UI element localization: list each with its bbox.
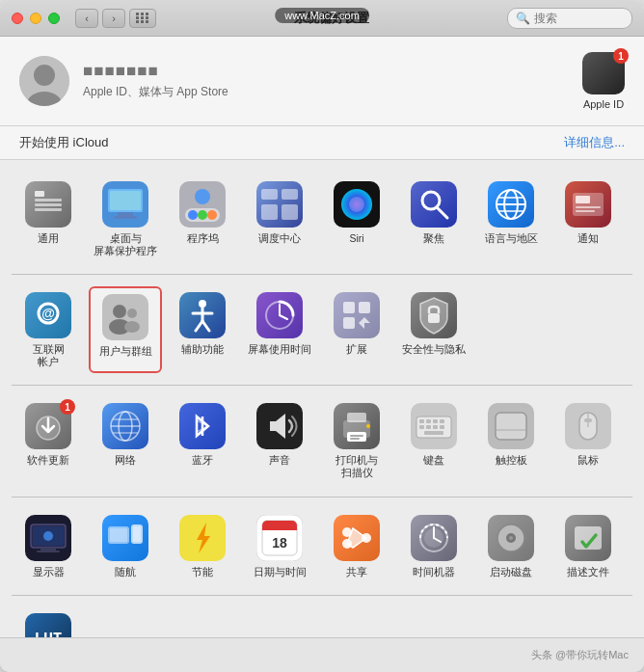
svg-point-48 <box>124 321 140 333</box>
svg-text:18: 18 <box>272 535 287 551</box>
svg-rect-85 <box>426 419 431 423</box>
pref-bluetooth[interactable]: 蓝牙 <box>166 397 239 484</box>
pref-datetime[interactable]: 18 日期与时间 <box>243 509 316 584</box>
profiles-label: 描述文件 <box>567 566 609 578</box>
startup-disk-label: 启动磁盘 <box>490 566 532 578</box>
svg-point-118 <box>362 533 371 543</box>
keyboard-icon <box>411 403 457 449</box>
bluetooth-label: 蓝牙 <box>192 454 213 467</box>
svg-point-105 <box>43 531 53 541</box>
printers-label: 打印机与扫描仪 <box>335 454 378 478</box>
close-button[interactable] <box>12 13 23 24</box>
svg-rect-86 <box>433 419 438 423</box>
profile-section: ■■■■■■■ Apple ID、媒体与 App Store 1 Apple I… <box>0 37 644 126</box>
pref-users-groups[interactable]: 用户与群组 <box>89 286 162 373</box>
pref-sharing[interactable]: 共享 <box>320 509 393 584</box>
pref-siri[interactable]: Siri <box>320 175 393 262</box>
search-icon: 🔍 <box>516 12 530 25</box>
svg-rect-88 <box>419 425 424 429</box>
pref-lut-utility[interactable]: LUT LUT Utility <box>12 607 85 637</box>
pref-keyboard[interactable]: 键盘 <box>397 397 470 484</box>
nav-buttons: ‹ › <box>75 9 125 28</box>
section-accounts: @ 互联网帐户 用户与群组 <box>12 286 632 386</box>
pref-mouse[interactable]: 鼠标 <box>551 397 625 484</box>
pref-general[interactable]: 通用 <box>12 175 85 262</box>
internet-accounts-label: 互联网帐户 <box>33 343 65 367</box>
display-icon <box>25 515 71 561</box>
forward-button[interactable]: › <box>102 9 125 28</box>
pref-mission-control[interactable]: 调度中心 <box>243 175 316 262</box>
pref-display[interactable]: 显示器 <box>12 509 85 584</box>
maximize-button[interactable] <box>48 13 60 24</box>
section-personal: 通用 桌面与屏幕保护程序 <box>12 175 632 275</box>
svg-rect-81 <box>350 438 360 440</box>
pref-spotlight[interactable]: 聚焦 <box>397 175 470 262</box>
svg-rect-7 <box>35 208 62 211</box>
search-box[interactable]: 🔍 <box>507 8 632 29</box>
svg-point-18 <box>195 189 210 204</box>
pref-energy[interactable]: 节能 <box>166 509 239 584</box>
pref-dock[interactable]: 程序坞 <box>166 175 239 262</box>
pref-screen-time[interactable]: 屏幕使用时间 <box>243 286 316 373</box>
extensions-label: 扩展 <box>346 343 367 356</box>
svg-rect-90 <box>433 425 438 429</box>
back-button[interactable]: ‹ <box>75 9 98 28</box>
svg-rect-64 <box>428 313 440 323</box>
trackpad-label: 触控板 <box>496 454 527 467</box>
grid-view-button[interactable] <box>129 9 156 28</box>
pref-sidecar[interactable]: 随航 <box>89 509 162 584</box>
pref-desktop[interactable]: 桌面与屏幕保护程序 <box>89 175 162 262</box>
profile-name: ■■■■■■■ <box>83 62 228 81</box>
pref-sound[interactable]: 声音 <box>243 397 316 484</box>
notifications-label: 通知 <box>577 232 599 245</box>
pref-security[interactable]: 安全性与隐私 <box>397 286 470 373</box>
pref-notifications[interactable]: 通知 <box>551 175 625 262</box>
spotlight-label: 聚焦 <box>423 232 444 245</box>
pref-internet-accounts[interactable]: @ 互联网帐户 <box>12 286 85 373</box>
apple-id-label: Apple ID <box>583 98 624 110</box>
security-icon <box>411 292 457 338</box>
svg-rect-39 <box>576 206 601 208</box>
pref-language[interactable]: 语言与地区 <box>474 175 548 262</box>
grid-dots-icon <box>136 13 149 23</box>
svg-rect-87 <box>440 419 444 423</box>
apple-id-button[interactable]: 1 Apple ID <box>582 52 625 110</box>
pref-printers[interactable]: 打印机与扫描仪 <box>320 397 393 484</box>
network-label: 网络 <box>115 454 136 467</box>
siri-icon <box>334 181 380 228</box>
avatar[interactable] <box>19 56 69 106</box>
svg-point-79 <box>366 424 370 428</box>
footer-text: 头条 @带你玩转Mac <box>531 648 629 662</box>
mouse-icon <box>565 403 611 449</box>
icloud-section: 开始使用 iCloud 详细信息... <box>0 126 644 160</box>
datetime-label: 日期与时间 <box>254 566 307 578</box>
icloud-details-link[interactable]: 详细信息... <box>564 134 625 151</box>
mouse-label: 鼠标 <box>577 454 599 467</box>
svg-rect-27 <box>411 181 457 228</box>
svg-rect-115 <box>262 525 297 530</box>
trackpad-icon <box>488 403 534 449</box>
svg-rect-62 <box>343 317 355 329</box>
minimize-button[interactable] <box>30 13 41 24</box>
pref-trackpad[interactable]: 触控板 <box>474 397 548 484</box>
svg-rect-60 <box>343 302 355 313</box>
svg-rect-10 <box>118 212 133 216</box>
svg-rect-109 <box>110 528 127 542</box>
dock-label: 程序坞 <box>187 232 219 245</box>
pref-extensions[interactable]: 扩展 <box>320 286 393 373</box>
search-input[interactable] <box>534 12 624 25</box>
svg-point-16 <box>198 210 207 220</box>
section-hardware: 1 软件更新 网络 <box>12 397 632 497</box>
pref-accessibility[interactable]: 辅助功能 <box>166 286 239 373</box>
svg-rect-21 <box>282 189 298 200</box>
pref-network[interactable]: 网络 <box>89 397 162 484</box>
pref-profiles[interactable]: 描述文件 <box>551 509 625 584</box>
pref-startup-disk[interactable]: 启动磁盘 <box>474 509 548 584</box>
apple-id-icon: 1 <box>582 52 625 94</box>
profile-left: ■■■■■■■ Apple ID、媒体与 App Store <box>19 56 228 106</box>
sharing-label: 共享 <box>346 566 367 578</box>
sidecar-icon <box>102 515 148 561</box>
pref-software-update[interactable]: 1 软件更新 <box>12 397 85 484</box>
siri-label: Siri <box>349 232 363 245</box>
pref-timemachine[interactable]: 时间机器 <box>397 509 470 584</box>
